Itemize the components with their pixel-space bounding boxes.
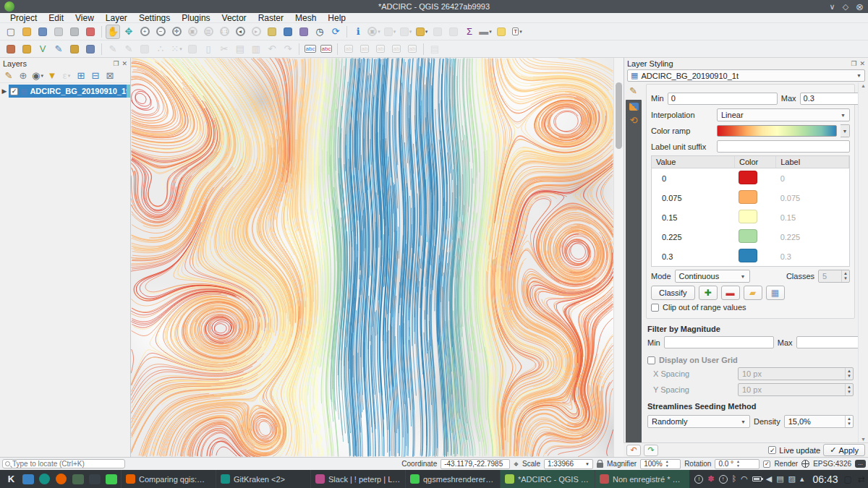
task-qgis[interactable]: *ADCIRC - QGIS 26427...: [500, 470, 595, 488]
menu-raster[interactable]: Raster: [252, 13, 289, 23]
zoom-last-icon[interactable]: ◂: [233, 25, 247, 39]
ramp-color-swatch[interactable]: [739, 171, 757, 184]
file-manager-icon[interactable]: [20, 471, 36, 487]
show-desktop-icon[interactable]: ▢: [844, 474, 852, 484]
open-project-icon[interactable]: [20, 25, 34, 39]
show-bookmarks-icon[interactable]: [281, 25, 295, 39]
float-panel-icon[interactable]: ❐: [113, 60, 119, 67]
expand-all-icon[interactable]: ⊞: [75, 69, 88, 82]
bookmark-manager-icon[interactable]: [297, 25, 311, 39]
text-annotation-icon[interactable]: T▾: [510, 25, 524, 39]
display-on-user-grid-checkbox[interactable]: [647, 356, 655, 364]
pan-map-icon[interactable]: ✋: [106, 25, 120, 39]
add-mesh-layer-icon[interactable]: ✎: [51, 42, 66, 56]
refresh-map-icon[interactable]: ⟳: [328, 25, 343, 39]
new-print-layout-icon[interactable]: [51, 25, 66, 39]
map-canvas[interactable]: [131, 58, 613, 457]
ramp-item-row[interactable]: 0.30.3: [652, 247, 849, 266]
layer-labeling-options-icon[interactable]: abc: [303, 42, 318, 56]
tab-history-icon[interactable]: ⟲: [630, 115, 638, 126]
network-wifi-icon[interactable]: ◠: [741, 475, 748, 483]
min-input[interactable]: [668, 93, 778, 105]
menu-settings[interactable]: Settings: [133, 13, 176, 23]
color-ramp-preview[interactable]: [717, 125, 837, 137]
remove-layer-icon[interactable]: ⊠: [103, 69, 116, 82]
column-header-label[interactable]: Label: [776, 156, 849, 168]
volume-icon[interactable]: ◀: [766, 475, 772, 483]
add-virtual-layer-icon[interactable]: [83, 42, 98, 56]
menu-plugins[interactable]: Plugins: [176, 13, 216, 23]
scroll-down-icon[interactable]: ▼: [861, 437, 866, 442]
clock[interactable]: 06:43: [813, 474, 838, 485]
pan-to-selection-icon[interactable]: ✥: [122, 25, 136, 39]
tray-expander-icon[interactable]: ▴: [800, 475, 804, 483]
deselect-from-current-layer-icon[interactable]: ▾: [414, 25, 429, 39]
new-spatial-bookmark-icon[interactable]: [265, 25, 279, 39]
close-icon[interactable]: ⊗: [856, 1, 864, 12]
messages-icon[interactable]: …: [855, 460, 866, 468]
filter-legend-icon[interactable]: ▼: [46, 69, 59, 82]
locator-input[interactable]: [12, 460, 122, 468]
manage-map-themes-icon[interactable]: ◉▾: [31, 69, 44, 82]
task-recorder[interactable]: Non enregistré * — Sp...: [595, 470, 689, 488]
kde-menu-icon[interactable]: K: [3, 471, 20, 487]
collapse-all-icon[interactable]: ⊟: [89, 69, 102, 82]
classify-button[interactable]: Classify: [651, 286, 695, 300]
label-unit-suffix-input[interactable]: [717, 140, 850, 153]
remove-value-icon[interactable]: ▬: [721, 286, 740, 300]
zoom-full-icon[interactable]: ✛: [169, 25, 184, 39]
crs-label[interactable]: EPSG:4326: [813, 460, 851, 468]
add-raster-layer-icon[interactable]: V: [35, 42, 50, 56]
terminal-icon[interactable]: [86, 471, 103, 487]
temporal-controller-icon[interactable]: ◷: [312, 25, 327, 39]
ramp-item-row[interactable]: 0.150.15: [652, 207, 849, 227]
menu-help[interactable]: Help: [322, 13, 352, 23]
add-group-icon[interactable]: ⊕: [17, 69, 30, 82]
menu-project[interactable]: Project: [4, 13, 43, 23]
lock-scale-icon[interactable]: [597, 463, 603, 468]
interpolation-combo[interactable]: Linear ▼: [717, 108, 850, 121]
vault-icon[interactable]: ▨: [788, 475, 796, 483]
new-project-icon[interactable]: ▢: [4, 25, 18, 39]
column-header-color[interactable]: Color: [734, 156, 775, 168]
live-update-checkbox[interactable]: [768, 446, 776, 454]
float-panel-icon[interactable]: ❐: [851, 60, 856, 67]
identify-features-icon[interactable]: ℹ: [351, 25, 365, 39]
style-manager-icon[interactable]: [83, 25, 98, 39]
filter-min-input[interactable]: [664, 336, 774, 348]
layer-diagram-options-icon[interactable]: abc: [319, 42, 333, 56]
close-panel-icon[interactable]: ✕: [122, 60, 127, 67]
layer-tree-row[interactable]: ▶ ▦ ADCIRC_BG_20190910_1t: [0, 85, 130, 98]
canvas-scrollbar[interactable]: [613, 58, 624, 457]
messenger-indicator-icon[interactable]: ✽: [707, 475, 714, 483]
mouse-position-icon[interactable]: ⌖: [514, 459, 519, 469]
tab-mesh-rendering-icon[interactable]: [629, 103, 639, 111]
save-project-icon[interactable]: [35, 25, 50, 39]
gitkraken-launcher-icon[interactable]: [36, 471, 53, 487]
canvas-scrollbar-thumb[interactable]: [616, 82, 622, 149]
mode-combo[interactable]: Continuous ▼: [675, 270, 750, 283]
scroll-up-icon[interactable]: ▲: [861, 83, 866, 88]
filter-max-input[interactable]: [796, 336, 858, 348]
close-panel-icon[interactable]: ✕: [859, 60, 865, 67]
menu-mesh[interactable]: Mesh: [289, 13, 322, 23]
measure-icon[interactable]: ▬▾: [478, 25, 493, 39]
add-value-icon[interactable]: ✚: [699, 286, 718, 300]
expand-arrow-icon[interactable]: ▶: [0, 87, 9, 95]
layer-visibility-checkbox[interactable]: [10, 87, 18, 95]
style-redo-icon[interactable]: ↷: [644, 445, 658, 456]
ramp-item-row[interactable]: 0.2250.225: [652, 227, 849, 247]
styling-scrollbar[interactable]: ▲ ▼: [858, 82, 867, 442]
locator-search[interactable]: [2, 459, 125, 468]
notifications-icon[interactable]: !: [694, 475, 703, 484]
updates-indicator-icon[interactable]: ↑: [719, 475, 728, 484]
qt-creator-icon[interactable]: [103, 471, 119, 487]
seeding-method-combo[interactable]: Randomly ▼: [647, 415, 750, 428]
scale-combo[interactable]: 1:33966▼: [544, 459, 593, 469]
zoom-out-icon[interactable]: −: [153, 25, 168, 39]
color-ramp-dropdown-icon[interactable]: ▼: [841, 124, 850, 137]
maximize-icon[interactable]: ◇: [843, 2, 848, 12]
coordinate-input[interactable]: -43.1179,-22.7985: [441, 459, 510, 469]
task-slack[interactable]: Slack | ! peterp | Lutr...: [310, 470, 405, 488]
render-checkbox[interactable]: [763, 461, 770, 468]
